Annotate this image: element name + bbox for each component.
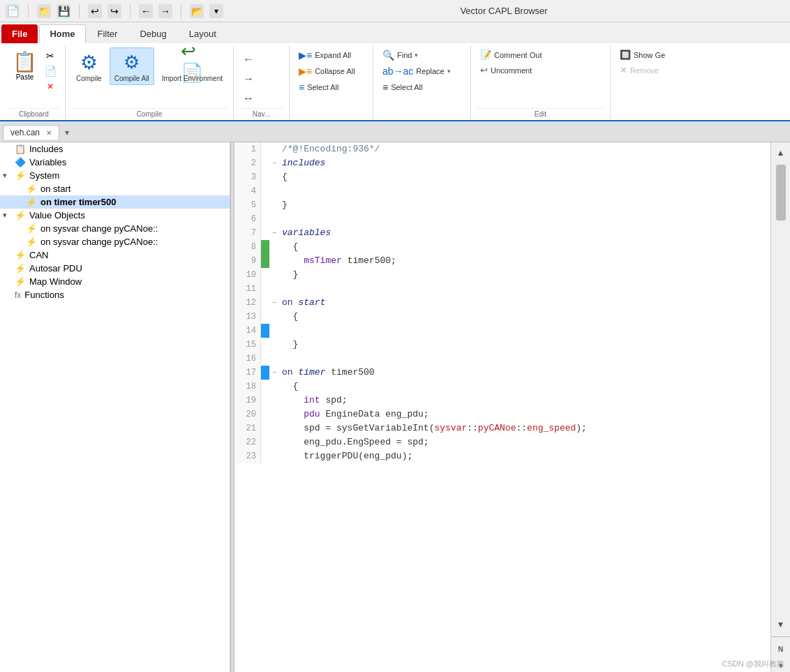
back-icon[interactable]: ← xyxy=(139,4,153,18)
redo-icon[interactable]: ↪ xyxy=(107,4,121,18)
tree-item-sysvar1[interactable]: ⚡ on sysvar change pyCANoe:: xyxy=(0,222,230,235)
code-editor[interactable]: 1 /*@!Encoding:936*/ 2 − includes 3 { xyxy=(234,142,770,672)
import-env-button[interactable]: ↩📄 Import Environment xyxy=(157,47,228,85)
tree-item-ontimer[interactable]: ⚡ on timer timer500 xyxy=(0,195,230,209)
tree-item-valueobj[interactable]: ▾ ⚡ Value Objects xyxy=(0,209,230,222)
paste-button[interactable]: 📋 Paste xyxy=(8,47,41,95)
cut-button[interactable]: ✂ xyxy=(43,49,58,63)
tree-item-functions[interactable]: fx Functions xyxy=(0,288,230,301)
find-button[interactable]: 🔍 Find ▾ xyxy=(379,47,454,63)
replace-button[interactable]: ab→ac Replace ▾ xyxy=(379,64,454,79)
replace-dropdown-icon[interactable]: ▾ xyxy=(447,68,451,75)
titlebar-icons: 📄 📁 💾 ↩ ↪ ← → 📂 ▾ xyxy=(6,4,223,18)
gutter-7 xyxy=(261,226,269,240)
code-content-23[interactable]: triggerPDU(eng_pdu); xyxy=(279,449,770,463)
fold-2[interactable]: − xyxy=(269,156,279,170)
nav-forward-button[interactable]: → xyxy=(239,70,266,87)
tree-item-onstart[interactable]: ⚡ on start xyxy=(0,182,230,195)
scroll-down-button[interactable]: ▼ xyxy=(773,617,789,632)
code-content-18[interactable]: { xyxy=(279,380,770,394)
code-content-21[interactable]: spd = sysGetVariableInt(sysvar::pyCANoe:… xyxy=(279,421,770,435)
tab-veh-can[interactable]: veh.can ✕ xyxy=(3,125,59,140)
find-dropdown-icon[interactable]: ▾ xyxy=(415,52,418,59)
variables-icon: 🔷 xyxy=(15,157,26,167)
left-panel: 📋 Includes 🔷 Variables ▾ ⚡ System ⚡ on s… xyxy=(0,142,230,672)
code-content-19[interactable]: int spd; xyxy=(279,394,770,408)
code-content-11[interactable] xyxy=(279,282,770,296)
code-content-8[interactable]: { xyxy=(279,240,770,254)
code-content-20[interactable]: pdu EngineData eng_pdu; xyxy=(279,408,770,421)
select-all2-button[interactable]: ≡ Select All xyxy=(379,80,454,95)
line-num-20: 20 xyxy=(234,408,261,421)
tab-file[interactable]: File xyxy=(1,24,38,43)
code-content-14[interactable] xyxy=(279,324,770,338)
code-content-7[interactable]: variables xyxy=(279,226,770,240)
tree-item-variables[interactable]: 🔷 Variables xyxy=(0,156,230,169)
compile-all-button[interactable]: ⚙ Compile All xyxy=(110,47,154,85)
dropdown-icon[interactable]: ▾ xyxy=(209,4,223,18)
fold-12[interactable]: − xyxy=(269,296,279,310)
open-icon[interactable]: 📁 xyxy=(37,4,51,18)
delete-button[interactable]: ✕ xyxy=(43,80,58,94)
titlebar-title: Vector CAPL Browser xyxy=(223,6,784,16)
fold-23 xyxy=(269,449,279,463)
tree-item-autosar[interactable]: ⚡ Autosar PDU xyxy=(0,262,230,275)
fold-17[interactable]: − xyxy=(269,366,279,380)
code-content-12[interactable]: on start xyxy=(279,296,770,310)
code-content-15[interactable]: } xyxy=(279,338,770,352)
tree-item-system[interactable]: ▾ ⚡ System xyxy=(0,169,230,182)
select-all-button[interactable]: ≡ Select All xyxy=(295,80,359,95)
forward-icon[interactable]: → xyxy=(158,4,172,18)
code-content-13[interactable]: { xyxy=(279,310,770,324)
tree-item-can[interactable]: ⚡ CAN xyxy=(0,248,230,262)
tab-filter[interactable]: Filter xyxy=(87,24,128,43)
tree-item-sysvar2[interactable]: ⚡ on sysvar change pyCANoe:: xyxy=(0,235,230,248)
vscrollbar-thumb[interactable] xyxy=(776,165,786,221)
line-num-15: 15 xyxy=(234,338,261,352)
show-ge-button[interactable]: 🔲 Show Ge xyxy=(616,47,669,62)
code-content-3[interactable]: { xyxy=(279,170,770,184)
fold-7[interactable]: − xyxy=(269,226,279,240)
sysvar1-label: on sysvar change pyCANoe:: xyxy=(40,223,158,234)
compile-all-label: Compile All xyxy=(114,75,149,83)
line-num-4: 4 xyxy=(234,184,261,198)
collapse-all-button[interactable]: ▶≡ Collapse All xyxy=(295,64,359,79)
uncomment-button[interactable]: ↩ Uncomment xyxy=(477,63,545,77)
code-content-4[interactable] xyxy=(279,184,770,198)
comment-out-button[interactable]: 📝 Comment Out xyxy=(477,47,545,62)
tab-close-icon[interactable]: ✕ xyxy=(46,129,52,137)
tab-debug[interactable]: Debug xyxy=(129,24,177,43)
code-content-1[interactable]: /*@!Encoding:936*/ xyxy=(279,142,770,156)
sysvar2-bolt-icon: ⚡ xyxy=(26,237,37,247)
code-content-2[interactable]: includes xyxy=(279,156,770,170)
remove-button[interactable]: ✕ Remove xyxy=(616,63,669,77)
code-content-9[interactable]: msTimer timer500; xyxy=(279,254,770,268)
save-icon[interactable]: 💾 xyxy=(57,4,70,18)
undo-icon[interactable]: ↩ xyxy=(88,4,102,18)
code-line-2: 2 − includes xyxy=(234,156,770,170)
gutter-3 xyxy=(261,170,269,184)
new-file-icon[interactable]: 📄 xyxy=(6,4,20,18)
tree-item-mapwin[interactable]: ⚡ Map Window xyxy=(0,275,230,288)
tab-dropdown-icon[interactable]: ▾ xyxy=(65,128,69,137)
nav-back-button[interactable]: ← xyxy=(239,50,266,68)
right-nav-btn-n[interactable]: N xyxy=(773,641,789,657)
compile-button[interactable]: ⚙ Compile xyxy=(71,47,107,85)
tab-home[interactable]: Home xyxy=(39,24,85,43)
code-content-22[interactable]: eng_pdu.EngSpeed = spd; xyxy=(279,435,770,449)
code-content-17[interactable]: on timer timer500 xyxy=(279,366,770,380)
variables-label: Variables xyxy=(29,157,66,167)
fold-1[interactable] xyxy=(269,142,279,156)
code-content-10[interactable]: } xyxy=(279,268,770,282)
copy-button[interactable]: 📄 xyxy=(43,64,58,78)
expand-all-button[interactable]: ▶≡ Expand All xyxy=(295,47,359,63)
code-content-5[interactable]: } xyxy=(279,198,770,212)
open2-icon[interactable]: 📂 xyxy=(190,4,204,18)
onstart-label: on start xyxy=(40,184,70,194)
scroll-up-button[interactable]: ▲ xyxy=(773,145,789,160)
tree-item-includes[interactable]: 📋 Includes xyxy=(0,142,230,156)
code-content-6[interactable] xyxy=(279,212,770,226)
nav-prev-button[interactable]: ↔ xyxy=(239,89,266,107)
code-content-16[interactable] xyxy=(279,352,770,366)
paste-sub-btns: ✂ 📄 ✕ xyxy=(41,47,59,95)
